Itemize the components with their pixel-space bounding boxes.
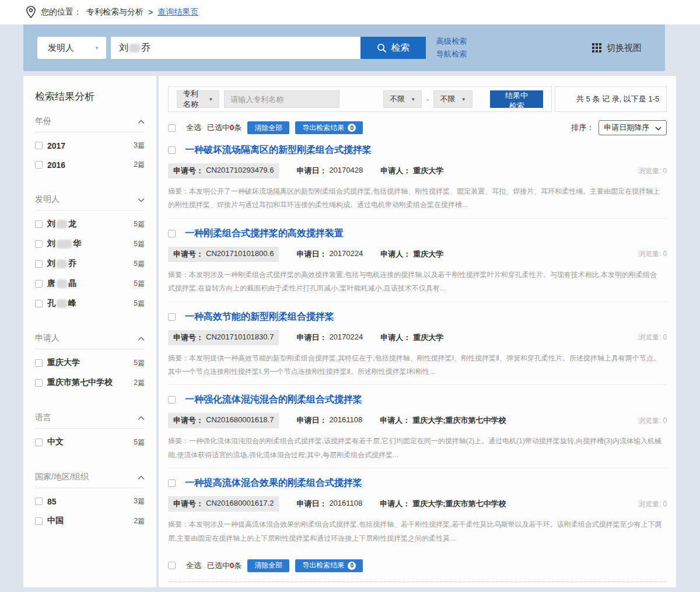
select-all-checkbox[interactable] — [168, 562, 176, 569]
filter-item-china[interactable]: 中国 2篇 — [35, 511, 145, 531]
breadcrumb-current-link[interactable]: 查询结果页 — [158, 7, 198, 17]
select-all-label[interactable]: 全选 — [186, 561, 201, 571]
checkbox[interactable] — [35, 142, 43, 149]
filter-item-inventor-4[interactable]: 唐晶 5篇 — [35, 274, 145, 293]
filter-item-2016[interactable]: 2016 2篇 — [35, 155, 145, 174]
section-label: 语言 — [35, 412, 51, 423]
checkbox[interactable] — [35, 498, 43, 505]
sort-label: 排序： — [571, 122, 594, 133]
checkbox[interactable] — [35, 260, 43, 268]
export-results-button[interactable]: 导出检索结果 0 — [295, 559, 363, 572]
breadcrumb-location-label: 您的位置： — [41, 7, 82, 17]
chevron-up-icon — [138, 414, 145, 422]
sidebar-section-inventor-header[interactable]: 发明人 — [35, 194, 145, 211]
export-count-badge: 0 — [348, 562, 356, 570]
breadcrumb-bar: 您的位置： 专利检索与分析 > 查询结果页 — [0, 0, 700, 24]
application-date: 申请日：20161108 — [296, 415, 362, 426]
select-all-checkbox[interactable] — [168, 124, 176, 132]
filter-item-applicant-2[interactable]: 重庆市第七中学校 2篇 — [35, 373, 145, 393]
section-label: 申请人 — [35, 333, 60, 344]
range-from-select[interactable]: 不限 ▼ — [383, 90, 422, 108]
applicant: 申请人：重庆大学 — [380, 332, 443, 343]
breadcrumb-path: 专利检索与分析 — [86, 7, 144, 17]
refine-field-select[interactable]: 专利名称 ▼ — [177, 90, 219, 108]
application-date: 申请日：20170224 — [296, 249, 363, 260]
checkbox[interactable] — [35, 240, 43, 248]
redacted-text — [130, 44, 140, 52]
sort-area: 排序： 申请日期降序 — [571, 120, 667, 135]
sidebar-section-country: 国家/地区/组织 85 3篇 中国 2篇 — [35, 472, 145, 531]
section-label: 发明人 — [35, 194, 60, 205]
breadcrumb-separator: > — [148, 8, 153, 17]
result-title-link[interactable]: 一种强化流体混沌混合的刚柔组合式搅拌桨 — [185, 394, 362, 406]
chevron-down-icon: ▼ — [208, 97, 213, 102]
export-results-button[interactable]: 导出检索结果 0 — [295, 121, 363, 134]
filter-item-inventor-1[interactable]: 刘龙 5篇 — [35, 214, 145, 234]
sidebar-section-year-header[interactable]: 年份 — [35, 116, 145, 132]
filter-item-label: 唐晶 — [47, 278, 76, 289]
result-item-5: 一种提高流体混合效果的刚柔组合式搅拌桨 申请号：CN201680001617.2… — [168, 468, 667, 551]
filter-item-inventor-3[interactable]: 刘乔 5篇 — [35, 254, 145, 274]
application-number-chip: 申请号：CN201710293479.6 — [168, 163, 279, 178]
result-title-link[interactable]: 一种高效节能的新型刚柔组合搅拌桨 — [185, 311, 334, 323]
checkbox[interactable] — [35, 359, 43, 367]
checkbox[interactable] — [35, 300, 43, 307]
search-links: 高级检索 导航检索 — [436, 36, 467, 59]
filter-item-applicant-1[interactable]: 重庆大学 5篇 — [35, 353, 145, 373]
result-title-link[interactable]: 一种提高流体混合效果的刚柔组合式搅拌桨 — [185, 477, 362, 489]
select-all-label[interactable]: 全选 — [186, 122, 201, 133]
results-list: 一种破坏流场隔离区的新型刚柔组合式搅拌桨 申请号：CN201710293479.… — [168, 135, 667, 551]
switch-view-button[interactable]: 切换视图 — [592, 43, 642, 54]
filter-item-count: 5篇 — [134, 239, 145, 249]
filter-item-inventor-5[interactable]: 孔峰 5篇 — [35, 293, 145, 313]
section-label: 年份 — [35, 116, 51, 127]
sidebar-section-language-header[interactable]: 语言 — [35, 412, 145, 429]
advanced-search-link[interactable]: 高级检索 — [436, 36, 467, 47]
result-checkbox[interactable] — [168, 146, 176, 154]
result-checkbox[interactable] — [168, 396, 176, 404]
search-field-select[interactable]: 发明人 ▼ — [37, 37, 106, 59]
view-count: 浏览量: 0 — [638, 499, 667, 509]
result-checkbox[interactable] — [168, 313, 176, 321]
search-query-input[interactable]: 刘 乔 — [111, 37, 360, 59]
checkbox[interactable] — [35, 517, 43, 525]
result-checkbox[interactable] — [168, 230, 176, 237]
result-checkbox[interactable] — [168, 479, 176, 487]
refine-field-value: 专利名称 — [183, 89, 202, 110]
result-item-1: 一种破坏流场隔离区的新型刚柔组合式搅拌桨 申请号：CN201710293479.… — [168, 135, 667, 219]
application-date: 申请日：20170428 — [296, 166, 363, 176]
checkbox[interactable] — [35, 161, 43, 169]
patent-name-input[interactable] — [224, 90, 340, 108]
sidebar-section-country-header[interactable]: 国家/地区/组织 — [35, 472, 145, 488]
filter-item-85[interactable]: 85 3篇 — [35, 492, 145, 511]
sort-select[interactable]: 申请日期降序 — [598, 120, 667, 135]
filter-item-count: 5篇 — [134, 437, 145, 447]
selected-count-text: 已选中0条 — [207, 561, 242, 571]
nav-search-link[interactable]: 导航检索 — [436, 49, 467, 59]
clear-all-button[interactable]: 清除全部 — [247, 121, 289, 134]
search-button[interactable]: 检索 — [360, 37, 426, 59]
checkbox[interactable] — [35, 280, 43, 288]
range-dash: - — [426, 95, 429, 104]
checkbox[interactable] — [35, 379, 43, 387]
checkbox[interactable] — [35, 439, 43, 446]
sidebar-section-applicant-header[interactable]: 申请人 — [35, 333, 145, 349]
view-count: 浏览量: 0 — [638, 166, 667, 176]
filter-item-inventor-2[interactable]: 刘华 5篇 — [35, 234, 145, 254]
filter-item-2017[interactable]: 2017 3篇 — [35, 136, 145, 155]
application-number-chip: 申请号：CN201680001618.7 — [168, 413, 279, 428]
sidebar-section-applicant: 申请人 重庆大学 5篇 重庆市第七中学校 2篇 — [35, 333, 145, 393]
result-item-3: 一种高效节能的新型刚柔组合搅拌桨 申请号：CN201710101830.7 申请… — [168, 302, 667, 386]
record-summary-text: 共 5 条 记 录, 以下是 1-5 — [576, 94, 659, 104]
result-title-link[interactable]: 一种破坏流场隔离区的新型刚柔组合式搅拌桨 — [185, 144, 372, 156]
filter-item-count: 2篇 — [134, 378, 145, 388]
result-title-link[interactable]: 一种刚柔组合式搅拌桨的高效搅拌装置 — [185, 227, 344, 240]
checkbox[interactable] — [35, 220, 43, 228]
clear-all-button[interactable]: 清除全部 — [247, 559, 289, 572]
redacted-text — [57, 279, 67, 288]
filter-item-count: 5篇 — [134, 358, 145, 368]
search-in-results-button[interactable]: 结果中检索 — [490, 90, 544, 108]
filter-item-chinese[interactable]: 中文 5篇 — [35, 432, 145, 452]
range-to-select[interactable]: 不限 ▼ — [433, 90, 472, 108]
filter-item-label: 刘华 — [47, 239, 81, 249]
